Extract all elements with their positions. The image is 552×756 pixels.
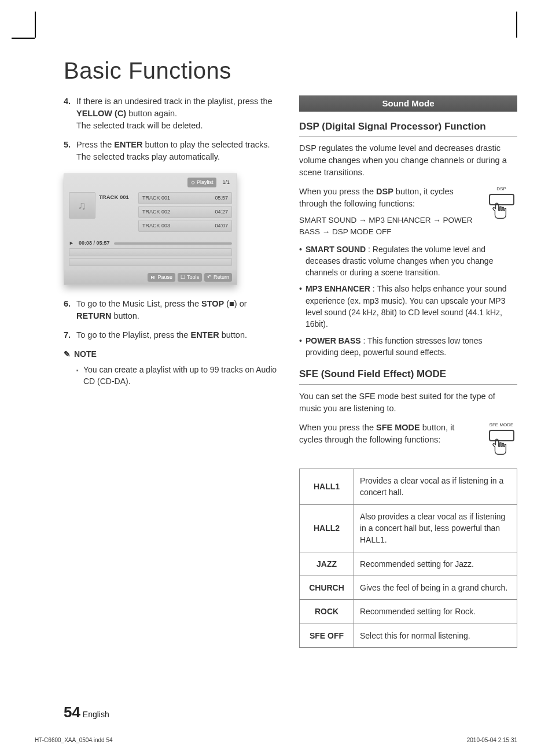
- text: The selected track will be deleted.: [76, 121, 203, 130]
- step-5: 5. Press the ENTER button to play the se…: [64, 139, 282, 163]
- sfe-intro: You can set the SFE mode best suited for…: [299, 390, 517, 415]
- chain-item: DSP MODE OFF: [332, 227, 392, 236]
- step-7: 7. To go to the Playlist, press the ENTE…: [64, 329, 282, 341]
- sfe-button-illustration: SFE MODE: [485, 422, 517, 462]
- crop-mark: [516, 12, 517, 38]
- return-label: RETURN: [76, 311, 111, 320]
- imprint-timestamp: 2010-05-04 2:15:31: [467, 737, 517, 743]
- sfe-press-text: When you press the SFE MODE button, it c…: [299, 422, 480, 446]
- bullet-smart-sound: SMART SOUND : Regulates the volume level…: [299, 244, 517, 279]
- chain-item: SMART SOUND: [299, 216, 356, 224]
- enter-label: ENTER: [114, 140, 142, 149]
- sfe-mode-name: ROCK: [300, 600, 354, 624]
- page-title: Basic Functions: [64, 58, 517, 84]
- table-row: ROCKRecommended setting for Rock.: [300, 600, 517, 624]
- text: button.: [219, 330, 247, 340]
- current-track: TRACK 001: [99, 192, 135, 234]
- track-name: TRACK 003: [142, 222, 170, 230]
- sfe-heading: SFE (Sound Field Effect) MODE: [299, 367, 517, 385]
- sfe-mode-name: SFE OFF: [300, 624, 354, 647]
- dsp-button-label: DSP: [485, 186, 517, 193]
- dsp-heading: DSP (Digital Signal Processor) Function: [299, 120, 517, 137]
- enter-label: ENTER: [190, 330, 219, 340]
- text: To go to the Playlist, press the: [76, 330, 190, 340]
- tools-icon: ☐: [181, 274, 185, 281]
- sfe-mode-desc: Recommended setting for Jazz.: [354, 552, 517, 576]
- sfe-press-row: When you press the SFE MODE button, it c…: [299, 422, 517, 462]
- dsp-cycle-chain: SMART SOUNDMP3 ENHANCERPOWER BASSDSP MOD…: [299, 215, 480, 237]
- note-item: You can create a playlist with up to 99 …: [64, 364, 282, 388]
- table-row: JAZZRecommended setting for Jazz.: [300, 552, 517, 576]
- track-row: TRACK 00105:57: [138, 192, 232, 204]
- text: button.: [111, 311, 139, 320]
- sfe-mode-desc: Select this for normal listening.: [354, 624, 517, 647]
- bullet-power-bass: POWER BASS : This function stresses low …: [299, 335, 517, 359]
- text: To go to the Music List, press the: [76, 299, 201, 308]
- pause-hint: ⏯Pause: [148, 273, 175, 282]
- arrow-icon: [356, 216, 369, 224]
- page-language: English: [83, 710, 109, 719]
- arrow-icon: [431, 216, 443, 224]
- text: The selected tracks play automatically.: [76, 152, 220, 161]
- sfe-table: HALL1Provides a clear vocal as if listen…: [299, 469, 517, 648]
- blank-row: [69, 248, 232, 256]
- sfe-mode-bold: SFE MODE: [376, 423, 420, 432]
- track-row: TRACK 00304:07: [138, 220, 232, 232]
- chain-item: MP3 ENHANCER: [369, 216, 430, 224]
- arrow-icon: [320, 227, 332, 236]
- text: button to play the selected tracks.: [142, 140, 270, 149]
- stop-label: STOP: [201, 299, 224, 308]
- text: When you press the: [299, 423, 376, 432]
- track-row: TRACK 00204:27: [138, 206, 232, 218]
- note-text: You can create a playlist with up to 99 …: [83, 364, 282, 388]
- sound-mode-banner: Sound Mode: [299, 95, 517, 112]
- step-number: 7.: [64, 329, 76, 341]
- blank-rows: [64, 248, 237, 270]
- diamond-icon: ◇: [191, 179, 195, 186]
- playlist-badge: ◇Playlist: [187, 178, 217, 187]
- progress-row: ► 00:08 / 05:57: [64, 236, 237, 248]
- sfe-mode-desc: Also provides a clear vocal as if listen…: [354, 504, 517, 552]
- sfe-mode-name: CHURCH: [300, 576, 354, 599]
- hand-press-icon: [485, 202, 517, 226]
- bullet-icon: [76, 364, 79, 388]
- hand-press-icon: [485, 438, 517, 462]
- step-body: To go to the Playlist, press the ENTER b…: [76, 329, 282, 341]
- sfe-mode-desc: Gives the feel of being in a grand churc…: [354, 576, 517, 599]
- bullet-mp3-enhancer: MP3 ENHANCER : This also helps enhance y…: [299, 283, 517, 330]
- return-icon: ↶: [207, 274, 212, 281]
- step-number: 5.: [64, 139, 76, 163]
- table-row: CHURCHGives the feel of being in a grand…: [300, 576, 517, 599]
- step-body: Press the ENTER button to play the selec…: [76, 139, 282, 163]
- step-6: 6. To go to the Music List, press the ST…: [64, 298, 282, 322]
- sfe-mode-name: HALL1: [300, 469, 354, 505]
- note-heading: NOTE: [64, 348, 282, 360]
- text: (■) or: [224, 299, 246, 308]
- table-row: SFE OFFSelect this for normal listening.: [300, 624, 517, 647]
- track-time: 04:27: [215, 208, 228, 216]
- sfe-mode-desc: Recommended setting for Rock.: [354, 600, 517, 624]
- bullet-key: MP3 ENHANCER: [306, 284, 370, 293]
- yellow-c-label: YELLOW (C): [76, 109, 126, 118]
- dsp-bullets: SMART SOUND : Regulates the volume level…: [299, 244, 517, 359]
- sfe-button-label: SFE MODE: [485, 422, 517, 429]
- mock-body: ♫ TRACK 001 TRACK 00105:57 TRACK 00204:2…: [64, 190, 237, 236]
- page-indicator: 1/1: [220, 178, 232, 187]
- note-label: NOTE: [74, 348, 97, 360]
- blank-row: [69, 258, 232, 266]
- page-number: 54: [64, 703, 80, 721]
- pause-icon: ⏯: [150, 274, 156, 281]
- track-name: TRACK 001: [142, 194, 170, 202]
- progress-bar: [114, 242, 232, 245]
- sfe-mode-name: JAZZ: [300, 552, 354, 576]
- table-row: HALL1Provides a clear vocal as if listen…: [300, 469, 517, 505]
- dsp-press-text: When you press the DSP button, it cycles…: [299, 186, 480, 243]
- step-number: 6.: [64, 298, 76, 322]
- playlist-label: Playlist: [197, 179, 214, 186]
- mock-header: ◇Playlist 1/1: [64, 174, 237, 190]
- columns: 4. If there is an undesired track in the…: [35, 95, 517, 648]
- step-body: If there is an undesired track in the pl…: [76, 95, 282, 132]
- track-time: 04:07: [215, 222, 228, 230]
- progress-time: 00:08 / 05:57: [79, 239, 110, 247]
- right-column: Sound Mode DSP (Digital Signal Processor…: [299, 95, 517, 648]
